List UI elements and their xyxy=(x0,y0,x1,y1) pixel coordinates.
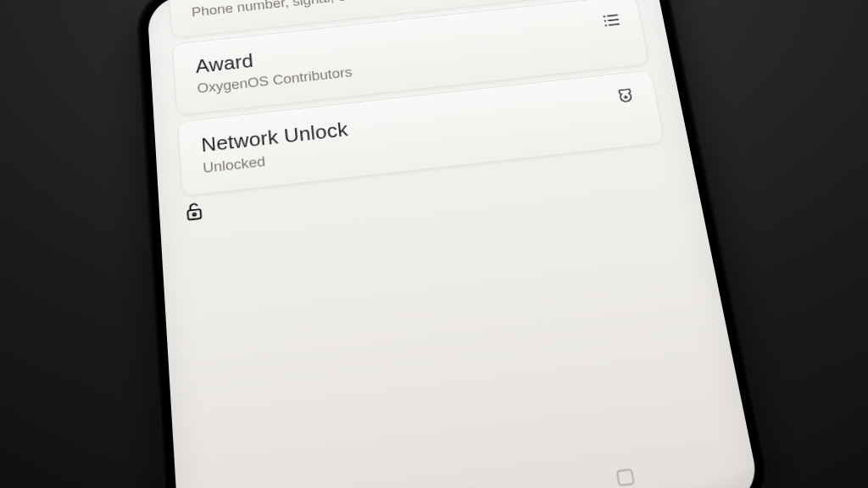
list-icon xyxy=(598,10,624,32)
svg-rect-7 xyxy=(187,209,201,220)
phone-frame: Status Phone number, signal, etc Award O… xyxy=(135,0,777,488)
svg-point-3 xyxy=(605,25,608,26)
android-navbar xyxy=(176,423,762,488)
settings-list: Status Phone number, signal, etc Award O… xyxy=(167,0,672,234)
svg-point-2 xyxy=(604,20,607,22)
nav-home-button[interactable] xyxy=(438,467,499,488)
phone-screen: Status Phone number, signal, etc Award O… xyxy=(147,0,762,488)
phone-tilt-wrapper: Status Phone number, signal, etc Award O… xyxy=(135,0,777,488)
svg-line-4 xyxy=(608,15,617,16)
photo-scene: Status Phone number, signal, etc Award O… xyxy=(0,0,868,488)
svg-point-1 xyxy=(604,16,606,18)
badge-icon xyxy=(613,86,639,108)
svg-line-6 xyxy=(609,25,619,25)
svg-line-5 xyxy=(609,20,618,21)
svg-point-8 xyxy=(192,214,196,217)
nav-recent-button[interactable] xyxy=(594,448,657,488)
svg-rect-10 xyxy=(617,469,634,485)
